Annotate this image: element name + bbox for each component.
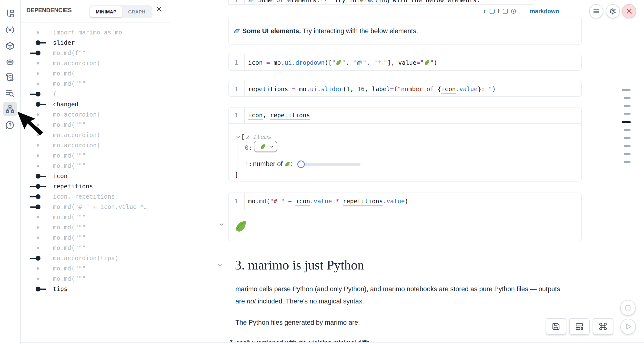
close-panel-button[interactable] [156,5,163,13]
minimap-bar[interactable] [624,145,630,147]
cell-1-editor[interactable]: 1 Some UI elements.** Try interacting wi… [228,0,534,5]
menu-icon [592,8,600,15]
dependency-row[interactable]: repetitions [21,181,171,192]
tree-guide-line [238,142,238,169]
no-deps-dot [36,31,39,34]
dependency-row[interactable]: mo.md(f""" [21,48,171,58]
info-icon[interactable] [510,5,516,18]
help-icon [5,120,15,130]
minimap-bar[interactable] [624,161,630,163]
minimap-bar[interactable] [622,89,630,91]
dependency-row[interactable]: mo.md(""" [21,274,171,284]
f-toggle-label: f [498,5,499,18]
tab-minimap[interactable]: MINIMAP [90,6,122,17]
sidebar-item-logs[interactable] [3,70,17,84]
wave-emoji [234,27,240,34]
sidebar-item-ai-assistant[interactable] [3,55,17,69]
dependency-row[interactable]: mo.md(""" [21,120,171,130]
gear-icon [609,8,616,15]
dependency-row[interactable]: mo.md(""" [21,212,171,222]
minimap-bar[interactable] [624,137,630,139]
cell-3-editor[interactable]: 1 repetitions = mo.ui.slider(1, 16, labe… [228,81,582,97]
dependency-row[interactable]: mo.md(""" [21,263,171,274]
dependency-row[interactable]: import marimo as mo [21,27,171,38]
dependency-row[interactable]: mo.accordion( [21,130,171,140]
run-button[interactable] [620,319,636,334]
minimap-bar[interactable] [624,105,630,107]
sidebar-item-help[interactable] [3,118,17,132]
dependencies-panel: DEPENDENCIES MINIMAP GRAPH import marimo… [21,0,171,344]
slider-label: number of : [253,160,292,168]
cell-2-editor[interactable]: 1 icon = mo.ui.dropdown(["", "", ""], va… [228,54,582,71]
no-deps-dot [36,62,39,65]
no-deps-dot [36,134,39,136]
minimap-bar[interactable] [624,113,630,115]
dependency-row[interactable]: mo.accordion( [21,109,171,120]
dependency-row[interactable]: mo.md(""" [21,222,171,233]
dependency-label: repetitions [53,181,93,192]
dependency-row[interactable]: mo.md(""" [21,161,171,171]
dependency-row[interactable]: mo.md(""" [21,233,171,243]
tab-graph[interactable]: GRAPH [122,6,152,17]
sidebar-item-scratchpad-search[interactable] [3,86,17,100]
sidebar-item-variables[interactable] [3,23,17,37]
logs-icon [5,73,15,82]
dependency-row[interactable]: changed [21,99,171,109]
minimap-bar-active[interactable] [622,121,630,123]
dependencies-title: DEPENDENCIES [26,7,72,14]
dependency-label: mo.md(""" [53,222,86,233]
dependency-row[interactable]: mo.accordion(tips) [21,253,171,263]
shortcuts-button[interactable] [593,318,613,335]
stop-button[interactable] [620,300,636,316]
dependency-row[interactable]: mo.md(""" [21,79,171,89]
leaf-emoji [260,143,266,150]
dependency-row[interactable]: mo.md(""" [21,243,171,253]
minimap-bar[interactable] [624,129,630,131]
repetitions-slider-handle[interactable] [297,160,305,168]
dependency-label: mo.md(""" [53,243,86,253]
dependency-row[interactable]: mo.md("# " + icon.value *… [21,202,171,212]
save-button[interactable] [546,318,566,335]
cell-5-collapse-chevron[interactable] [219,222,224,228]
dependency-row[interactable]: icon, repetitions [21,192,171,202]
notebook-menu-button[interactable] [589,4,603,18]
sidebar-item-package[interactable] [3,39,17,53]
in-node [36,256,40,261]
dependency-label: ( [53,89,56,99]
dependency-row[interactable]: icon [21,171,171,181]
dependency-label: mo.accordion( [53,58,100,68]
sidebar-item-dependency-graph[interactable] [3,102,17,116]
dependency-row[interactable]: ( [21,89,171,99]
shutdown-button[interactable] [622,4,636,18]
layout-button[interactable] [569,318,590,335]
r-checkbox[interactable] [490,5,495,18]
repetitions-slider-track[interactable] [301,163,360,166]
save-icon [551,322,560,331]
cell-4[interactable]: 1 icon, repetitions [228,107,582,182]
section-collapse-chevron[interactable] [217,262,222,269]
dependencies-header: DEPENDENCIES MINIMAP GRAPH [21,0,171,23]
dependency-row[interactable]: tips [21,284,171,294]
icon-dropdown[interactable] [254,141,277,152]
play-icon [624,322,632,331]
dependency-row[interactable]: mo.md( [21,68,171,79]
tree-close-bracket: ] [235,171,238,178]
dependency-row[interactable]: slider [21,38,171,48]
no-deps-dot [36,216,39,218]
dependency-row[interactable]: mo.accordion( [21,58,171,68]
cell-5[interactable]: 1 mo.md("# " + icon.value * repetitions.… [228,193,582,241]
paragraph-2: The Python files generated by marimo are… [236,316,360,329]
minimap-bar[interactable] [624,153,630,155]
f-checkbox[interactable] [503,5,508,18]
minimap-bar[interactable] [624,97,630,99]
sidebar-item-file-tree[interactable] [3,6,17,21]
line-number: 1 [228,107,244,123]
cell-5-code: mo.md("# " + icon.value * repetitions.va… [248,193,408,210]
dependency-row[interactable]: mo.md(""" [21,150,171,161]
dependency-row[interactable]: mo.accordion( [21,140,171,150]
in-node [36,205,40,209]
tree-collapse-chevron[interactable] [236,134,241,140]
leaf-emoji [336,59,342,66]
settings-button[interactable] [606,4,620,18]
language-label[interactable]: markdown [530,5,559,18]
